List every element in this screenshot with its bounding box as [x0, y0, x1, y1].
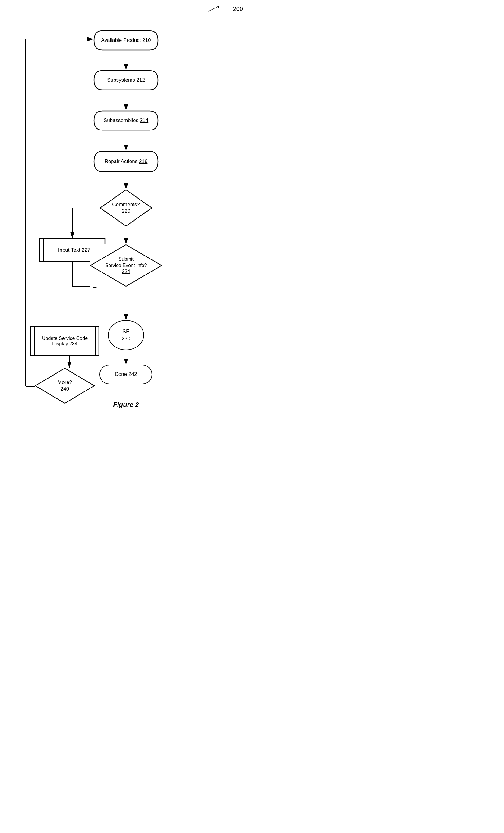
- submit-label: SubmitService Event Info?: [105, 257, 147, 268]
- comments-ref: 220: [122, 208, 130, 214]
- more-ref: 240: [61, 386, 69, 392]
- subsystems-ref: 212: [136, 77, 145, 83]
- update-service-label: Update Service Code Display 234: [35, 336, 94, 347]
- input-text-ref: 227: [82, 247, 90, 253]
- input-text-label: Input Text: [58, 247, 80, 253]
- done-label: Done: [115, 371, 127, 378]
- submit-ref: 224: [122, 269, 130, 274]
- subassemblies-ref: 214: [140, 118, 148, 123]
- input-text-node: Input Text 227: [39, 238, 105, 262]
- done-ref: 242: [128, 371, 137, 378]
- update-service-ref: 234: [69, 341, 77, 346]
- subassemblies-node: Subassemblies 214: [93, 110, 159, 131]
- flowchart-diagram: 200: [0, 0, 252, 398]
- comments-decision-node: Comments? 220: [99, 189, 152, 227]
- se-ref: 230: [122, 335, 130, 342]
- se-circle-node: SE 230: [108, 320, 144, 350]
- repair-actions-ref: 216: [139, 159, 147, 164]
- update-service-node: Update Service Code Display 234: [30, 326, 99, 356]
- subsystems-node: Subsystems 212: [93, 70, 159, 90]
- available-product-label: Available Product: [101, 38, 141, 43]
- available-product-ref: 210: [142, 38, 151, 43]
- more-decision-node: More? 240: [35, 368, 95, 404]
- diagram-number: 200: [233, 5, 243, 13]
- repair-actions-label: Repair Actions: [104, 159, 138, 164]
- available-product-node: Available Product 210: [93, 30, 159, 51]
- subsystems-label: Subsystems: [107, 77, 135, 83]
- done-node: Done 242: [99, 365, 152, 384]
- more-label: More?: [57, 379, 72, 385]
- subassemblies-label: Subassemblies: [104, 118, 138, 123]
- comments-label: Comments?: [112, 201, 140, 207]
- repair-actions-node: Repair Actions 216: [93, 151, 159, 172]
- diagram-number-arrow: [207, 4, 225, 13]
- se-label: SE: [122, 328, 129, 335]
